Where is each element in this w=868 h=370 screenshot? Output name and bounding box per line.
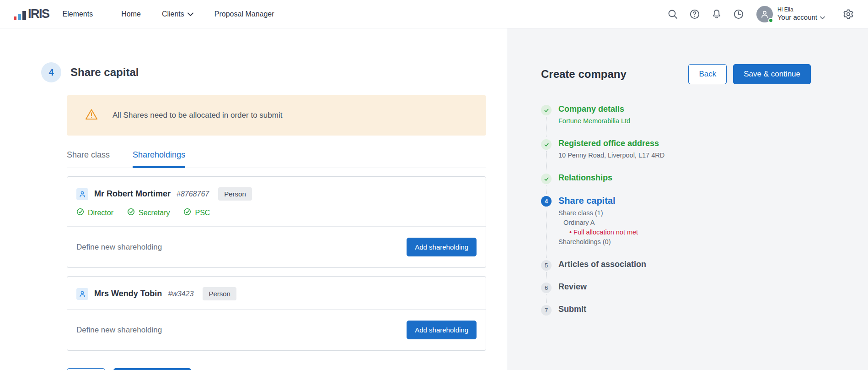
step-relationships: Relationships [541, 173, 811, 183]
step-registered-office-address: Registered office address 10 Penny Road,… [541, 139, 811, 160]
role-psc: PSC [183, 208, 210, 218]
help-icon[interactable] [689, 8, 701, 20]
entity-type-badge: Person [203, 287, 236, 300]
check-circle-icon [127, 208, 135, 218]
step-done-check-icon [541, 139, 552, 150]
step-detail: 10 Penny Road, Liverpool, L17 4RD [558, 151, 811, 160]
sidebar-back-button[interactable]: Back [688, 64, 727, 84]
shareholder-name: Mr Robert Mortimer [94, 189, 171, 199]
iris-logo-icon: IRIS [14, 8, 49, 20]
nav-item-clients[interactable]: Clients [162, 10, 193, 18]
define-shareholding-label: Define new shareholding [76, 326, 162, 335]
account-menu[interactable]: Hi Ella Your account [756, 6, 825, 22]
tab-share-class[interactable]: Share class [67, 150, 110, 168]
role-secretary: Secretary [127, 208, 170, 218]
sidebar-save-continue-button[interactable]: Save & continue [733, 64, 811, 84]
step-number-badge: 6 [541, 283, 552, 293]
define-shareholding-label: Define new shareholding [76, 243, 162, 252]
main-panel: 4 Share capital All Shares need to be al… [0, 28, 507, 370]
wizard-steps: Company details Fortune Memorabilia Ltd … [541, 104, 811, 314]
shareholder-card: Mrs Wendy Tobin #w3423 Person Define new… [67, 276, 486, 351]
step-label[interactable]: Submit [558, 305, 586, 314]
step-label[interactable]: Registered office address [558, 139, 659, 148]
step-submit: 7 Submit [541, 305, 811, 314]
page-title: Share capital [70, 66, 139, 79]
step-review: 6 Review [541, 282, 811, 292]
role-badges: Director Secretary PSC [76, 208, 477, 218]
warning-text: All Shares need to be allocated in order… [113, 111, 282, 120]
avatar [756, 6, 773, 22]
step-number-badge: 4 [41, 62, 61, 82]
check-circle-icon [183, 208, 191, 218]
main-nav: Home Clients Proposal Manager [121, 10, 274, 18]
step-detail: Fortune Memorabilia Ltd [558, 116, 811, 126]
shareholder-card: Mr Robert Mortimer #8768767 Person Direc… [67, 176, 486, 268]
person-icon [76, 188, 88, 200]
search-icon[interactable] [667, 8, 679, 20]
step-company-details: Company details Fortune Memorabilia Ltd [541, 104, 811, 126]
step-number-badge: 7 [541, 305, 552, 316]
back-button[interactable]: Back [67, 368, 105, 370]
chevron-down-icon [188, 10, 193, 18]
step-detail: Shareholdings (0) [558, 237, 811, 247]
account-label: Your account [777, 13, 817, 22]
tab-shareholdings[interactable]: Shareholdings [133, 150, 185, 168]
person-icon [76, 288, 88, 300]
step-label[interactable]: Company details [558, 104, 624, 114]
shareholder-ref: #w3423 [168, 290, 193, 298]
step-detail: Share class (1) [558, 208, 811, 218]
step-detail-error: Full allocation not met [558, 228, 811, 237]
step-share-capital: 4 Share capital Share class (1) Ordinary… [541, 196, 811, 247]
brand-logo[interactable]: IRIS Elements [14, 7, 93, 21]
settings-gear-icon[interactable] [842, 8, 854, 20]
step-label[interactable]: Share capital [558, 196, 616, 206]
entity-type-badge: Person [218, 187, 252, 201]
check-circle-icon [76, 208, 84, 218]
role-director: Director [76, 208, 113, 218]
step-number-badge: 4 [541, 196, 552, 207]
notifications-bell-icon[interactable] [711, 8, 723, 20]
brand-divider [56, 7, 56, 21]
shareholder-name: Mrs Wendy Tobin [94, 289, 162, 299]
nav-item-proposal-manager[interactable]: Proposal Manager [214, 10, 274, 18]
save-continue-button[interactable]: Save & continue [113, 368, 191, 370]
top-header: IRIS Elements Home Clients Proposal Mana… [0, 0, 868, 28]
tab-bar: Share class Shareholdings [67, 150, 486, 168]
step-label[interactable]: Relationships [558, 173, 612, 183]
brand-name: IRIS [28, 8, 49, 20]
sidebar-title: Create company [541, 68, 627, 81]
step-detail: Ordinary A [558, 218, 811, 228]
header-actions: Hi Ella Your account [667, 6, 854, 22]
shareholder-ref: #8768767 [177, 190, 209, 198]
account-greeting: Hi Ella [777, 6, 825, 13]
brand-product: Elements [63, 10, 93, 18]
step-label[interactable]: Review [558, 282, 587, 292]
nav-item-home[interactable]: Home [121, 10, 141, 18]
step-done-check-icon [541, 174, 552, 184]
warning-banner: All Shares need to be allocated in order… [67, 95, 486, 136]
step-done-check-icon [541, 105, 552, 115]
chevron-down-icon [820, 13, 825, 22]
step-number-badge: 5 [541, 260, 552, 271]
add-shareholding-button[interactable]: Add shareholding [407, 238, 477, 256]
step-label[interactable]: Articles of association [558, 260, 646, 269]
step-articles-of-association: 5 Articles of association [541, 260, 811, 269]
create-company-sidebar: Create company Back Save & continue Comp… [507, 28, 868, 370]
warning-triangle-icon [85, 109, 98, 122]
online-status-dot [768, 18, 773, 23]
add-shareholding-button[interactable]: Add shareholding [407, 321, 477, 339]
recent-history-clock-icon[interactable] [733, 8, 745, 20]
